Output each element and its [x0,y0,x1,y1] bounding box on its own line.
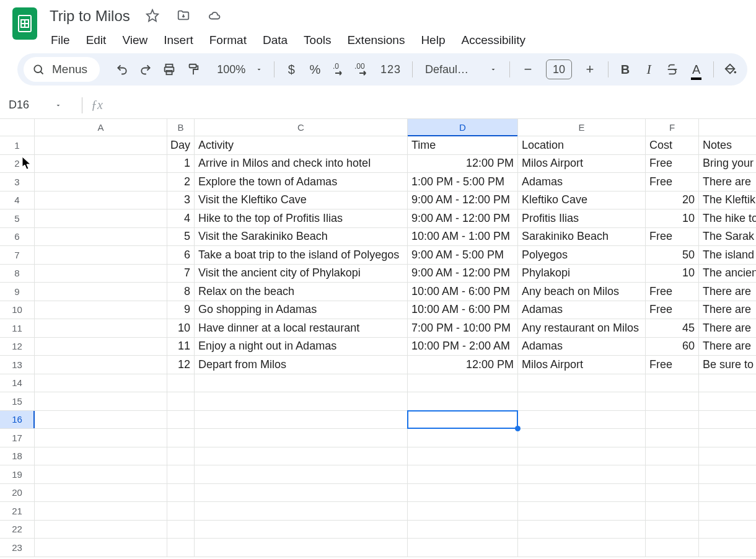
percent-button[interactable]: % [304,58,325,81]
cell-B15[interactable] [167,392,195,410]
cell-E10[interactable]: Adamas [518,301,646,319]
cell-B2[interactable]: 1 [167,155,195,173]
cell-A7[interactable] [35,246,167,264]
column-header-C[interactable]: C [195,119,408,136]
cell-D4[interactable]: 9:00 AM - 12:00 PM [408,191,518,209]
cell-A20[interactable] [35,484,167,502]
cell-C10[interactable]: Go shopping in Adamas [195,301,408,319]
text-color-button[interactable]: A [686,58,707,81]
cell-B4[interactable]: 3 [167,191,195,209]
cell-E20[interactable] [518,484,646,502]
italic-button[interactable]: I [638,58,659,81]
row-header[interactable]: 18 [0,447,35,465]
cell-C15[interactable] [195,392,408,410]
row-header[interactable]: 9 [0,283,35,301]
cell-B7[interactable]: 6 [167,246,195,264]
row-header[interactable]: 12 [0,338,35,356]
cell-F15[interactable] [646,392,699,410]
cell-F2[interactable]: Free [646,155,699,173]
cell-B9[interactable]: 8 [167,283,195,301]
cell-F8[interactable]: 10 [646,265,699,283]
zoom-select[interactable]: 100% [212,63,268,76]
cell-G6[interactable]: The Sarak [699,228,756,246]
cell-G15[interactable] [699,392,756,410]
cell-A8[interactable] [35,265,167,283]
row-header[interactable]: 7 [0,246,35,264]
menu-search[interactable]: Menus [24,57,100,82]
font-family-select[interactable]: Defaul… [419,63,503,76]
cell-A12[interactable] [35,338,167,356]
menu-file[interactable]: File [50,31,77,50]
cell-G17[interactable] [699,429,756,447]
currency-button[interactable]: $ [281,58,302,81]
cell-E12[interactable]: Adamas [518,338,646,356]
cell-F11[interactable]: 45 [646,319,699,337]
cell-D20[interactable] [408,484,518,502]
cell-G3[interactable]: There are [699,173,756,191]
cell-B6[interactable]: 5 [167,228,195,246]
cell-D3[interactable]: 1:00 PM - 5:00 PM [408,173,518,191]
cell-F20[interactable] [646,484,699,502]
cell-B10[interactable]: 9 [167,301,195,319]
cell-A1[interactable] [35,136,167,154]
cell-E14[interactable] [518,374,646,392]
number-format-button[interactable]: 123 [376,63,406,76]
row-header[interactable]: 10 [0,301,35,319]
row-header[interactable]: 15 [0,392,35,410]
cell-G22[interactable] [699,521,756,539]
cell-A3[interactable] [35,173,167,191]
cell-G9[interactable]: There are [699,283,756,301]
cell-E5[interactable]: Profitis Ilias [518,209,646,227]
cell-E2[interactable]: Milos Airport [518,155,646,173]
cell-A13[interactable] [35,356,167,374]
column-header-F[interactable]: F [646,119,699,136]
row-header[interactable]: 6 [0,228,35,246]
cell-F21[interactable] [646,502,699,520]
row-header[interactable]: 14 [0,374,35,392]
document-title[interactable]: Trip to Milos [50,6,130,25]
font-size-input[interactable]: 10 [546,59,572,79]
cell-A23[interactable] [35,539,167,557]
cell-B17[interactable] [167,429,195,447]
cell-D23[interactable] [408,539,518,557]
fill-handle[interactable] [515,426,521,431]
name-box[interactable]: D16 [0,92,73,118]
cell-B12[interactable]: 11 [167,338,195,356]
cell-D21[interactable] [408,502,518,520]
cell-G19[interactable] [699,465,756,483]
cell-D9[interactable]: 10:00 AM - 6:00 PM [408,283,518,301]
cell-E7[interactable]: Polyegos [518,246,646,264]
cell-F9[interactable]: Free [646,283,699,301]
cell-E11[interactable]: Any restaurant on Milos [518,319,646,337]
column-header-B[interactable]: B [167,119,195,136]
cell-C4[interactable]: Visit the Kleftiko Cave [195,191,408,209]
decrease-decimal-button[interactable]: .0 [328,58,349,81]
cell-E23[interactable] [518,539,646,557]
cell-A9[interactable] [35,283,167,301]
cell-F3[interactable]: Free [646,173,699,191]
row-header[interactable]: 3 [0,173,35,191]
cell-A19[interactable] [35,465,167,483]
cell-C1[interactable]: Activity [195,136,408,154]
cell-E17[interactable] [518,429,646,447]
column-header-E[interactable]: E [518,119,646,136]
row-header[interactable]: 23 [0,539,35,557]
fill-color-button[interactable] [720,58,741,81]
font-size-increase[interactable]: + [578,58,602,81]
cell-E21[interactable] [518,502,646,520]
cell-G1[interactable]: Notes [699,136,756,154]
menu-data[interactable]: Data [255,31,295,50]
cell-D1[interactable]: Time [408,136,518,154]
cell-E13[interactable]: Milos Airport [518,356,646,374]
cell-F17[interactable] [646,429,699,447]
cell-A10[interactable] [35,301,167,319]
sheets-logo[interactable] [12,7,37,40]
cell-B3[interactable]: 2 [167,173,195,191]
cell-C19[interactable] [195,465,408,483]
cell-F6[interactable]: Free [646,228,699,246]
cell-C23[interactable] [195,539,408,557]
cell-E3[interactable]: Adamas [518,173,646,191]
cell-B11[interactable]: 10 [167,319,195,337]
cell-D13[interactable]: 12:00 PM [408,356,518,374]
cell-G5[interactable]: The hike to [699,209,756,227]
